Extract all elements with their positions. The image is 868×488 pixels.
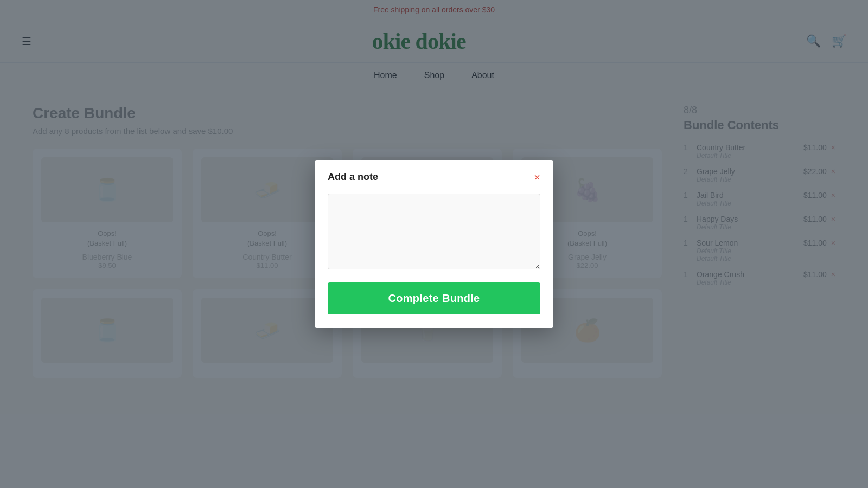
add-note-modal: Add a note × Complete Bundle (315, 160, 553, 328)
modal-close-button[interactable]: × (534, 172, 540, 183)
complete-bundle-button[interactable]: Complete Bundle (328, 282, 540, 314)
modal-title: Add a note (328, 171, 378, 183)
modal-header: Add a note × (315, 160, 553, 191)
modal-footer: Complete Bundle (315, 282, 553, 328)
modal-body (315, 191, 553, 282)
modal-backdrop: Add a note × Complete Bundle (0, 0, 868, 488)
note-textarea[interactable] (328, 194, 540, 269)
